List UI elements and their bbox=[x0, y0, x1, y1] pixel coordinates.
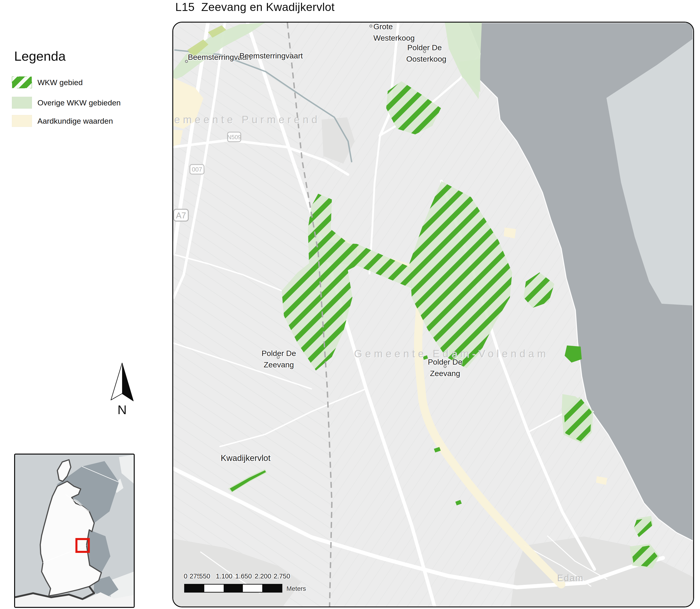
legend-item-overige-wkw: Overige WKW gebieden bbox=[12, 97, 121, 109]
scale-tick: 1.650 bbox=[235, 573, 252, 580]
map-document-page: L15 Zeevang en Kwadijkervlot Legenda WKW… bbox=[0, 0, 700, 609]
page-title: L15 Zeevang en Kwadijkervlot bbox=[175, 0, 335, 14]
label-polder-de-oosterkoog: Polder De Oosterkoog bbox=[406, 42, 443, 65]
scale-unit-label: Meters bbox=[287, 585, 306, 592]
label-beemsterringvaart-east: Beemsterringvaart bbox=[239, 50, 303, 62]
shield-label: N509 bbox=[227, 134, 241, 141]
north-label: N bbox=[107, 402, 137, 417]
label-polder-de-zeevang-west: Polder De Zeevang bbox=[259, 348, 299, 370]
label-gemeente-purmerend: emeente Purmerend bbox=[174, 114, 320, 126]
scale-tick: 0 bbox=[184, 573, 187, 580]
locator-inset-map bbox=[14, 454, 135, 608]
scale-bar-segments bbox=[184, 584, 282, 593]
north-arrow-icon bbox=[107, 362, 137, 403]
road-shield-007: 007 bbox=[190, 164, 204, 174]
road-shield-n509: N509 bbox=[227, 132, 241, 142]
legend-heading: Legenda bbox=[14, 48, 66, 64]
legend-item-wkw-gebied: WKW gebied bbox=[12, 76, 83, 88]
shield-label: A7 bbox=[176, 211, 186, 220]
legend-item-label: Aardkundige waarden bbox=[37, 117, 113, 125]
label-kwadijkervlot: Kwadijkervlot bbox=[221, 452, 271, 464]
locator-map-canvas bbox=[15, 454, 134, 607]
label-edam: Edam bbox=[557, 573, 584, 583]
legend-item-label: Overige WKW gebieden bbox=[37, 98, 121, 107]
legend-item-label: WKW gebied bbox=[37, 78, 83, 87]
wkw-hatch-swatch-icon bbox=[12, 76, 32, 88]
label-gemeente-edam-volendam: Gemeente Edam-Volendam bbox=[354, 348, 549, 360]
scale-tick: 550 bbox=[199, 573, 210, 580]
map-canvas: N509 007 A7 bbox=[173, 22, 693, 607]
aardkundige-swatch-icon bbox=[12, 115, 32, 127]
north-arrow: N bbox=[107, 362, 139, 416]
legend-item-aardkundige: Aardkundige waarden bbox=[12, 115, 113, 127]
road-shield-a7: A7 bbox=[174, 209, 188, 221]
main-map: N509 007 A7 Grote Westerkoo bbox=[172, 22, 694, 607]
scale-bar: 0 275 550 1.100 1.650 2.200 2.750 Meters bbox=[184, 573, 312, 595]
shield-label: 007 bbox=[192, 166, 202, 173]
label-grote-westerkoog: Grote Westerkoog bbox=[373, 22, 415, 44]
overige-wkw-swatch-icon bbox=[12, 97, 32, 109]
scale-tick: 2.750 bbox=[274, 573, 290, 580]
scale-tick: 1.100 bbox=[216, 573, 233, 580]
scale-tick: 2.200 bbox=[255, 573, 271, 580]
